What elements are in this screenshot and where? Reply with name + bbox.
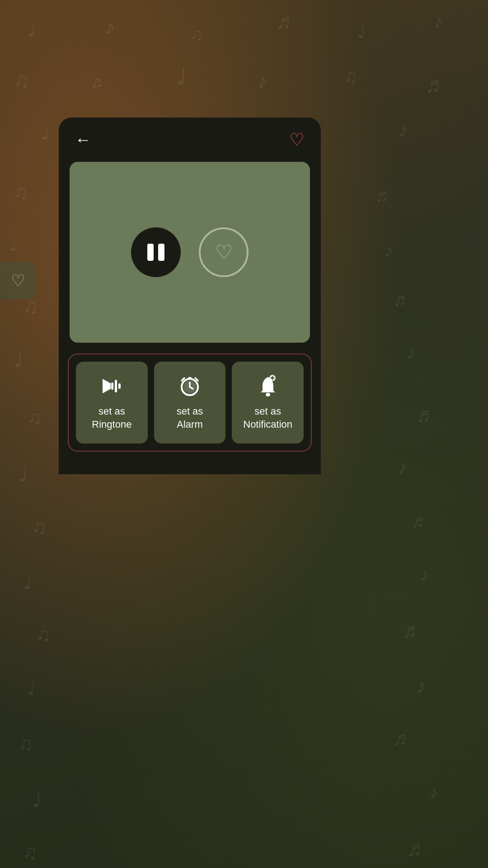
- svg-rect-2: [115, 380, 117, 392]
- notification-icon: [256, 374, 280, 398]
- svg-rect-10: [188, 377, 192, 379]
- ringtone-icon: [100, 374, 123, 398]
- like-button[interactable]: ♡: [199, 227, 249, 277]
- set-notification-button[interactable]: set asNotification: [232, 362, 304, 443]
- pause-bar-left: [147, 244, 154, 261]
- svg-rect-3: [118, 383, 121, 389]
- action-buttons-wrapper: set asRingtone set asAlarm: [68, 354, 312, 452]
- player-header: ← ♡: [59, 118, 321, 157]
- svg-rect-1: [111, 382, 113, 390]
- set-alarm-button[interactable]: set asAlarm: [154, 362, 226, 443]
- alarm-icon: [178, 374, 202, 398]
- set-ringtone-button[interactable]: set asRingtone: [76, 362, 148, 443]
- side-heart-icon: ♡: [11, 271, 25, 290]
- side-panel: ♡: [0, 262, 36, 299]
- action-section: set asRingtone set asAlarm: [59, 354, 321, 461]
- album-art-area: ♡: [70, 162, 310, 343]
- notification-label: set asNotification: [243, 405, 292, 431]
- ringtone-label: set asRingtone: [92, 405, 131, 431]
- pause-bar-right: [158, 244, 164, 261]
- back-button[interactable]: ←: [75, 132, 91, 148]
- like-heart-icon: ♡: [215, 242, 233, 262]
- bottom-spacer: [59, 461, 321, 474]
- favorite-button[interactable]: ♡: [289, 131, 305, 148]
- pause-icon: [147, 244, 164, 261]
- svg-point-11: [266, 393, 270, 396]
- svg-marker-0: [103, 379, 111, 393]
- alarm-label: set asAlarm: [177, 405, 203, 431]
- main-container: ← ♡ ♡: [59, 118, 321, 474]
- pause-button[interactable]: [131, 227, 181, 277]
- player-card: ← ♡ ♡: [59, 118, 321, 354]
